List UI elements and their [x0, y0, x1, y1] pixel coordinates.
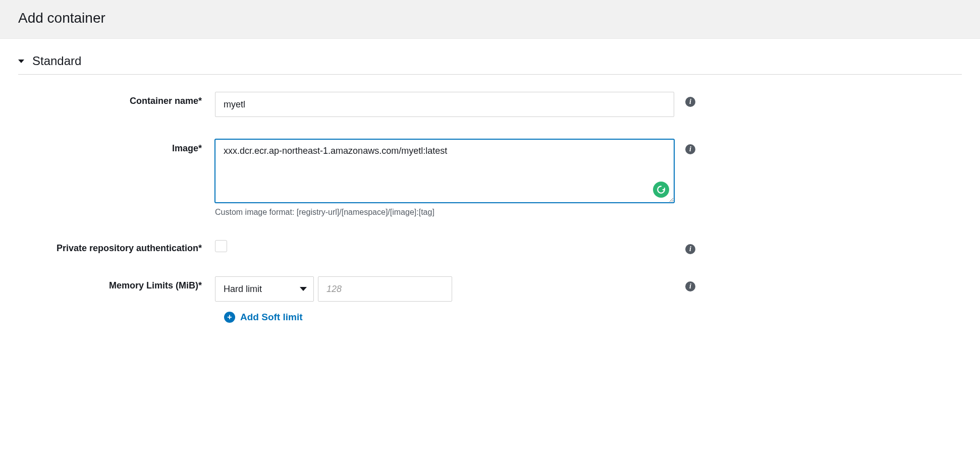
add-soft-limit-label: Add Soft limit	[240, 312, 302, 323]
private-repo-auth-checkbox[interactable]	[215, 240, 227, 252]
info-icon[interactable]: i	[685, 281, 695, 291]
section-header: Standard	[18, 54, 962, 75]
plus-circle-icon: +	[224, 312, 235, 323]
container-name-label: Container name*	[18, 92, 215, 106]
private-repo-auth-label: Private repository authentication*	[18, 239, 215, 254]
image-help-text: Custom image format: [registry-url]/[nam…	[215, 208, 674, 217]
form-content: Standard Container name* i Image*	[0, 39, 980, 344]
image-label: Image*	[18, 139, 215, 154]
info-icon[interactable]: i	[685, 244, 695, 254]
section-title: Standard	[32, 54, 81, 68]
info-icon[interactable]: i	[685, 97, 695, 107]
modal-header: Add container	[0, 0, 980, 39]
image-input[interactable]	[215, 139, 674, 203]
container-name-input[interactable]	[215, 92, 674, 117]
collapse-toggle-icon[interactable]	[18, 60, 24, 63]
memory-limit-value-input[interactable]	[318, 276, 452, 302]
add-soft-limit-button[interactable]: + Add Soft limit	[224, 312, 302, 323]
memory-limit-type-select[interactable]: Hard limit	[215, 276, 314, 302]
modal-title: Add container	[18, 10, 962, 26]
memory-limits-label: Memory Limits (MiB)*	[18, 276, 215, 291]
info-icon[interactable]: i	[685, 144, 695, 154]
